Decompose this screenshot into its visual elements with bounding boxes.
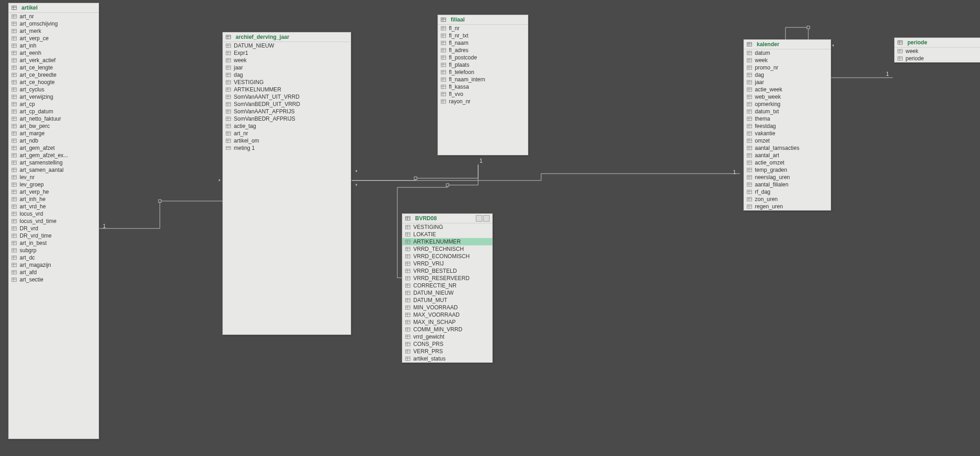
field-list[interactable]: weekperiode	[895, 48, 980, 62]
field-row[interactable]: art_cp_datum	[9, 108, 99, 115]
field-row[interactable]: VRRD_ECONOMISCH	[402, 253, 492, 260]
field-row[interactable]: DATUM_NIEUW	[402, 289, 492, 297]
table-filiaal[interactable]: filiaal fl_nrfl_nr_txtfl_naamfl_adresfl_…	[437, 15, 528, 155]
field-row[interactable]: fl_vvo	[438, 90, 528, 98]
table-header[interactable]: kalender	[744, 40, 831, 49]
field-row[interactable]: art_afd	[9, 269, 99, 276]
table-header[interactable]: filiaal	[438, 15, 528, 25]
field-row[interactable]: DATUM_MUT	[402, 297, 492, 304]
field-row[interactable]: fl_telefoon	[438, 69, 528, 76]
field-row[interactable]: rf_dag	[744, 188, 831, 196]
table-bvrd08[interactable]: BVRD08 VESTIGINGLOKATIEARTIKELNUMMERVRRD…	[402, 213, 493, 363]
field-row[interactable]: art_sectie	[9, 276, 99, 283]
field-row[interactable]: actie_week	[744, 86, 831, 93]
field-row[interactable]: regen_uren	[744, 203, 831, 210]
field-row[interactable]: subgrp	[9, 247, 99, 254]
field-list[interactable]: VESTIGINGLOKATIEARTIKELNUMMERVRRD_TECHNI…	[402, 223, 492, 362]
field-row[interactable]: ARTIKELNUMMER	[402, 238, 492, 245]
field-row[interactable]: temp_graden	[744, 166, 831, 174]
field-row[interactable]: fl_plaats	[438, 61, 528, 69]
field-row[interactable]: art_ce_breedte	[9, 71, 99, 79]
field-row[interactable]: artikel_status	[402, 355, 492, 362]
field-row[interactable]: art_inh	[9, 42, 99, 49]
table-header[interactable]: periode	[895, 38, 980, 48]
measure-row[interactable]: meting 1	[223, 144, 351, 152]
field-row[interactable]: periode	[895, 55, 980, 62]
field-row[interactable]: art_ndb	[9, 137, 99, 144]
header-button-icon[interactable]	[483, 215, 490, 222]
field-row[interactable]: art_samenstelling	[9, 159, 99, 166]
field-row[interactable]: art_netto_faktuur	[9, 115, 99, 122]
field-row[interactable]: thema	[744, 115, 831, 122]
field-row[interactable]: MAX_IN_SCHAP	[402, 318, 492, 326]
field-row[interactable]: week	[744, 57, 831, 64]
field-row[interactable]: fl_nr_txt	[438, 32, 528, 39]
field-row[interactable]: promo_nr	[744, 64, 831, 71]
diagram-canvas[interactable]: 1 * 1 * * 1 1 * artikel art_nrart_omschi…	[0, 0, 980, 456]
field-row[interactable]: jaar	[744, 79, 831, 86]
field-row[interactable]: CONS_PRS	[402, 340, 492, 348]
field-row[interactable]: art_cp	[9, 101, 99, 108]
field-row[interactable]: VESTIGING	[402, 223, 492, 231]
field-row[interactable]: CORRECTIE_NR	[402, 282, 492, 289]
field-row[interactable]: art_verp_he	[9, 188, 99, 196]
field-row[interactable]: lev_nr	[9, 174, 99, 181]
field-row[interactable]: rayon_nr	[438, 98, 528, 105]
field-row[interactable]: DATUM_NIEUW	[223, 42, 351, 49]
field-row[interactable]: COMM_MIN_VRRD	[402, 326, 492, 333]
field-row[interactable]: fl_nr	[438, 25, 528, 32]
field-row[interactable]: SomVanBEDR_AFPRIJS	[223, 115, 351, 122]
field-row[interactable]: art_verk_actief	[9, 57, 99, 64]
field-row[interactable]: web_week	[744, 93, 831, 101]
field-row[interactable]: feestdag	[744, 122, 831, 130]
field-row[interactable]: art_merk	[9, 27, 99, 35]
table-periode[interactable]: periode weekperiode	[894, 37, 980, 63]
field-row[interactable]: art_bw_perc	[9, 122, 99, 130]
field-row[interactable]: locus_vrd	[9, 210, 99, 217]
field-row[interactable]: art_in_best	[9, 239, 99, 247]
field-row[interactable]: art_gem_afzet_ex...	[9, 152, 99, 159]
field-row[interactable]: art_nr	[9, 13, 99, 20]
table-artikel[interactable]: artikel art_nrart_omschijvingart_merkart…	[8, 3, 99, 439]
table-kalender[interactable]: kalender datumweekpromo_nrdagjaaractie_w…	[743, 39, 831, 211]
field-row[interactable]: SomVanAANT_AFPRIJS	[223, 108, 351, 115]
field-row[interactable]: VERR_PRS	[402, 348, 492, 355]
field-row[interactable]: aantal_filialen	[744, 181, 831, 188]
field-row[interactable]: datum_txt	[744, 108, 831, 115]
header-button-icon[interactable]	[476, 215, 482, 222]
field-row[interactable]: VRRD_RESERVEERD	[402, 275, 492, 282]
table-header[interactable]: BVRD08	[402, 214, 492, 223]
field-row[interactable]: actie_omzet	[744, 159, 831, 166]
field-row[interactable]: locus_vrd_time	[9, 217, 99, 225]
field-row[interactable]: jaar	[223, 64, 351, 71]
field-row[interactable]: fl_kassa	[438, 83, 528, 90]
field-row[interactable]: opmerking	[744, 101, 831, 108]
table-archief-derving-jaar[interactable]: archief_derving_jaar DATUM_NIEUWExpr1wee…	[222, 32, 351, 335]
field-row[interactable]: MIN_VOORRAAD	[402, 304, 492, 311]
field-row[interactable]: art_marge	[9, 130, 99, 137]
field-row[interactable]: omzet	[744, 137, 831, 144]
field-row[interactable]: Expr1	[223, 49, 351, 57]
field-row[interactable]: art_omschijving	[9, 20, 99, 27]
field-row[interactable]: art_verp_ce	[9, 35, 99, 42]
field-row[interactable]: art_eenh	[9, 49, 99, 57]
field-row[interactable]: vakantie	[744, 130, 831, 137]
field-row[interactable]: LOKATIE	[402, 231, 492, 238]
field-row[interactable]: art_vrd_he	[9, 203, 99, 210]
field-row[interactable]: VESTIGING	[223, 79, 351, 86]
field-row[interactable]: VRRD_BESTELD	[402, 267, 492, 275]
field-row[interactable]: datum	[744, 49, 831, 57]
field-row[interactable]: VRRD_VRIJ	[402, 260, 492, 267]
field-row[interactable]: dag	[223, 71, 351, 79]
field-row[interactable]: week	[223, 57, 351, 64]
field-row[interactable]: DR_vrd_time	[9, 232, 99, 239]
field-row[interactable]: aantal_tarnsacties	[744, 144, 831, 152]
field-row[interactable]: actie_tag	[223, 122, 351, 130]
field-row[interactable]: art_ce_hoogte	[9, 79, 99, 86]
field-row[interactable]: art_samen_aantal	[9, 166, 99, 174]
field-row[interactable]: art_magazijn	[9, 261, 99, 269]
field-row[interactable]: week	[895, 48, 980, 55]
field-row[interactable]: SomVanBEDR_UIT_VRRD	[223, 101, 351, 108]
table-header[interactable]: artikel	[9, 3, 99, 13]
field-row[interactable]: dag	[744, 71, 831, 79]
